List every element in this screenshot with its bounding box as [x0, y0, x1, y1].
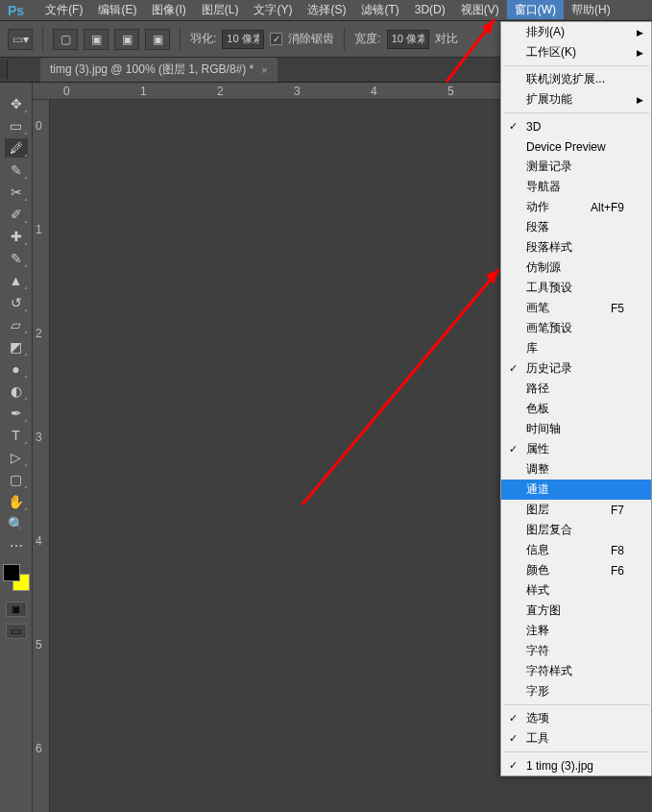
menu-编辑[interactable]: 编辑(E): [90, 0, 144, 19]
stamp-tool-icon[interactable]: ▲: [5, 271, 28, 290]
menu-文字[interactable]: 文字(Y): [246, 0, 300, 19]
blur-tool-icon[interactable]: ●: [5, 359, 28, 379]
menu-选择[interactable]: 选择(S): [300, 0, 353, 19]
hand-tool-icon[interactable]: ✋: [5, 492, 28, 511]
antialias-checkbox[interactable]: ✓: [270, 33, 282, 45]
eraser-tool-icon[interactable]: ▱: [5, 315, 28, 334]
menu-item-段落[interactable]: 段落: [501, 217, 651, 237]
menu-item-历史记录[interactable]: ✓历史记录: [501, 358, 651, 379]
menu-item-直方图[interactable]: 直方图: [501, 601, 651, 621]
menu-图层[interactable]: 图层(L): [194, 0, 247, 19]
intersect-selection-icon[interactable]: ▣: [145, 29, 170, 50]
menu-item-色板[interactable]: 色板: [501, 399, 651, 419]
menu-item-字符样式[interactable]: 字符样式: [501, 661, 651, 681]
move-tool-icon[interactable]: ✥: [5, 94, 28, 113]
menu-滤镜[interactable]: 滤镜(T): [353, 0, 406, 19]
quick-mask-icon[interactable]: ◙: [6, 602, 27, 617]
menu-图像[interactable]: 图像(I): [144, 0, 193, 19]
toolbox: ✥ ▭ 🖉 ✎ ✂ ✐ ✚ ✎ ▲ ↺ ▱ ◩ ● ◐ ✒ T ▷ ▢ ✋ 🔍 …: [0, 83, 33, 812]
menu-item-联机浏览扩展...[interactable]: 联机浏览扩展...: [501, 69, 651, 89]
quick-select-tool-icon[interactable]: ✎: [5, 160, 28, 180]
menu-文件[interactable]: 文件(F): [37, 0, 90, 19]
menu-item-字符[interactable]: 字符: [501, 641, 651, 661]
pen-tool-icon[interactable]: ✒: [5, 404, 28, 423]
zoom-tool-icon[interactable]: 🔍: [5, 514, 28, 533]
eyedropper-tool-icon[interactable]: ✐: [5, 205, 28, 224]
menu-item-路径[interactable]: 路径: [501, 379, 651, 399]
contrast-label: 对比: [435, 31, 458, 47]
menu-item-排列(A)[interactable]: 排列(A)▶: [501, 22, 651, 42]
menu-item-时间轴[interactable]: 时间轴: [501, 419, 651, 439]
tool-preset-icon[interactable]: ▭▾: [8, 29, 33, 50]
type-tool-icon[interactable]: T: [5, 426, 28, 445]
screen-mode-icon[interactable]: ▭: [6, 624, 27, 639]
sub-selection-icon[interactable]: ▣: [114, 29, 139, 50]
menu-item-画笔[interactable]: 画笔F5: [501, 298, 651, 318]
crop-tool-icon[interactable]: ✂: [5, 183, 28, 202]
edit-toolbar-icon[interactable]: ⋯: [5, 536, 28, 555]
new-selection-icon[interactable]: ▢: [53, 29, 78, 50]
menu-item-字形[interactable]: 字形: [501, 681, 651, 701]
antialias-label: 消除锯齿: [288, 31, 334, 47]
path-select-tool-icon[interactable]: ▷: [5, 448, 28, 467]
menu-3D[interactable]: 3D(D): [407, 0, 453, 19]
menu-item-图层复合[interactable]: 图层复合: [501, 520, 651, 540]
window-menu-dropdown: 排列(A)▶工作区(K)▶联机浏览扩展...扩展功能▶✓3DDevice Pre…: [500, 21, 652, 776]
menu-item-画笔预设[interactable]: 画笔预设: [501, 318, 651, 338]
width-input[interactable]: [387, 30, 429, 49]
menu-item-调整[interactable]: 调整: [501, 459, 651, 480]
menu-item-选项[interactable]: ✓选项: [501, 708, 651, 728]
add-selection-icon[interactable]: ▣: [84, 29, 109, 50]
menu-item-工具[interactable]: ✓工具: [501, 728, 651, 749]
menu-item-颜色[interactable]: 颜色F6: [501, 560, 651, 580]
menu-item-工具预设[interactable]: 工具预设: [501, 278, 651, 298]
menu-item-信息[interactable]: 信息F8: [501, 540, 651, 560]
menu-item-扩展功能[interactable]: 扩展功能▶: [501, 89, 651, 110]
menu-item-Device Preview[interactable]: Device Preview: [501, 136, 651, 157]
document-tab-title: timg (3).jpg @ 100% (图层 1, RGB/8#) *: [50, 62, 254, 78]
ruler-vertical: 0123456: [33, 100, 50, 812]
healing-tool-icon[interactable]: ✚: [5, 227, 28, 246]
menu-item-工作区(K)[interactable]: 工作区(K)▶: [501, 42, 651, 62]
dodge-tool-icon[interactable]: ◐: [5, 381, 28, 401]
collapsed-panel-tab[interactable]: [0, 60, 8, 79]
history-brush-tool-icon[interactable]: ↺: [5, 293, 28, 312]
ps-logo: Ps: [8, 3, 24, 18]
shape-tool-icon[interactable]: ▢: [5, 470, 28, 489]
menu-item-图层[interactable]: 图层F7: [501, 500, 651, 520]
menu-item-库[interactable]: 库: [501, 338, 651, 358]
menu-item-测量记录[interactable]: 测量记录: [501, 157, 651, 177]
menu-item-属性[interactable]: ✓属性: [501, 439, 651, 459]
feather-label: 羽化:: [190, 31, 216, 47]
width-label: 宽度:: [354, 31, 380, 47]
color-swatches[interactable]: [3, 564, 30, 591]
menu-item-动作[interactable]: 动作Alt+F9: [501, 197, 651, 217]
menu-帮助[interactable]: 帮助(H): [564, 0, 618, 19]
feather-input[interactable]: [222, 30, 264, 49]
menu-item-注释[interactable]: 注释: [501, 621, 651, 641]
menu-item-段落样式[interactable]: 段落样式: [501, 237, 651, 258]
marquee-tool-icon[interactable]: ▭: [5, 116, 28, 135]
gradient-tool-icon[interactable]: ◩: [5, 337, 28, 357]
close-tab-icon[interactable]: ×: [261, 64, 267, 76]
menu-item-导航器[interactable]: 导航器: [501, 177, 651, 197]
document-tab[interactable]: timg (3).jpg @ 100% (图层 1, RGB/8#) * ×: [40, 58, 278, 82]
menu-窗口[interactable]: 窗口(W): [507, 0, 564, 19]
menu-item-3D[interactable]: ✓3D: [501, 116, 651, 136]
menu-item-1 timg (3).jpg[interactable]: ✓1 timg (3).jpg: [501, 755, 651, 775]
brush-tool-icon[interactable]: ✎: [5, 249, 28, 268]
menu-item-通道[interactable]: 通道: [501, 480, 651, 500]
menubar: Ps 文件(F)编辑(E)图像(I)图层(L)文字(Y)选择(S)滤镜(T)3D…: [0, 0, 652, 21]
foreground-swatch[interactable]: [3, 564, 20, 581]
lasso-tool-icon[interactable]: 🖉: [5, 138, 28, 158]
menu-item-仿制源[interactable]: 仿制源: [501, 258, 651, 278]
menu-item-样式[interactable]: 样式: [501, 580, 651, 601]
menu-视图[interactable]: 视图(V): [453, 0, 507, 19]
